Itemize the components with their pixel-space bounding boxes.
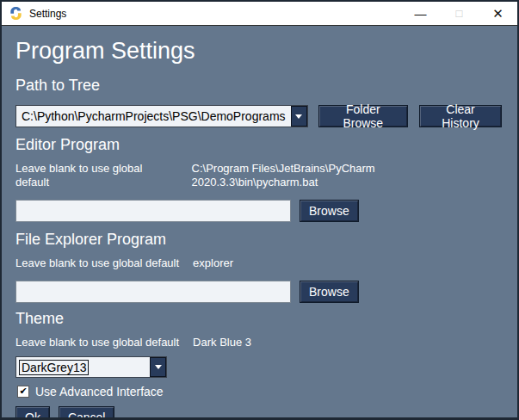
- page-title: Program Settings: [15, 38, 502, 65]
- section-title-file-explorer: File Explorer Program: [15, 231, 502, 249]
- pysimplegui-logo-icon: [9, 6, 23, 21]
- minimize-button[interactable]: —: [401, 2, 440, 26]
- theme-hint-row: Leave blank to use global default Dark B…: [15, 336, 502, 349]
- theme-combo-value[interactable]: DarkGrey13: [19, 360, 89, 375]
- editor-browse-button[interactable]: Browse: [300, 200, 359, 222]
- close-button[interactable]: ✕: [479, 2, 517, 26]
- chevron-down-icon: [155, 365, 162, 369]
- advanced-interface-option: ✔ Use Advanced Interface: [15, 384, 502, 398]
- section-title-theme: Theme: [15, 310, 502, 328]
- explorer-hint-label: Leave blank to use global default: [15, 256, 179, 270]
- section-title-path-to-tree: Path to Tree: [15, 77, 502, 95]
- footer-buttons: Ok Cancel: [15, 406, 502, 420]
- explorer-hint-row: Leave blank to use global default explor…: [15, 256, 502, 270]
- clear-history-button[interactable]: Clear History: [419, 105, 502, 127]
- maximize-button[interactable]: □: [440, 2, 479, 26]
- tree-path-combobox[interactable]: C:\Python\PycharmProjects\PSG\DemoProgra…: [15, 105, 308, 127]
- theme-hint-label: Leave blank to use global default: [15, 336, 179, 349]
- theme-combobox[interactable]: DarkGrey13: [15, 356, 167, 378]
- theme-dropdown-button[interactable]: [150, 357, 166, 377]
- advanced-interface-checkbox[interactable]: ✔: [17, 386, 29, 398]
- tree-path-combo-value[interactable]: C:\Python\PycharmProjects\PSG\DemoProgra…: [16, 106, 291, 127]
- editor-hint-label: Leave blank to use global default: [15, 162, 178, 189]
- cancel-button[interactable]: Cancel: [59, 406, 115, 420]
- explorer-browse-button[interactable]: Browse: [300, 281, 359, 303]
- explorer-default-value: explorer: [193, 256, 233, 270]
- theme-combo-field[interactable]: DarkGrey13: [16, 357, 150, 377]
- titlebar: Settings — □ ✕: [2, 2, 517, 26]
- explorer-path-input[interactable]: [15, 281, 291, 303]
- editor-default-value: C:\Program Files\JetBrains\PyCharm 2020.…: [192, 162, 502, 189]
- window-title: Settings: [29, 8, 401, 20]
- editor-input-row: Browse: [15, 200, 502, 222]
- chevron-down-icon: [295, 114, 302, 119]
- editor-hint-row: Leave blank to use global default C:\Pro…: [15, 162, 502, 189]
- tree-path-dropdown-button[interactable]: [291, 106, 307, 127]
- folder-browse-button[interactable]: Folder Browse: [318, 105, 409, 127]
- path-to-tree-row: C:\Python\PycharmProjects\PSG\DemoProgra…: [15, 105, 502, 127]
- theme-row: DarkGrey13: [15, 356, 502, 378]
- theme-default-value: Dark Blue 3: [193, 336, 251, 349]
- settings-window: Settings — □ ✕ Program Settings Path to …: [0, 0, 519, 420]
- explorer-input-row: Browse: [15, 281, 502, 303]
- section-title-editor-program: Editor Program: [15, 136, 502, 154]
- advanced-interface-label: Use Advanced Interface: [35, 385, 164, 398]
- ok-button[interactable]: Ok: [15, 406, 50, 420]
- settings-content: Program Settings Path to Tree C:\Python\…: [2, 26, 517, 420]
- checkmark-icon: ✔: [19, 386, 27, 396]
- editor-path-input[interactable]: [15, 200, 291, 222]
